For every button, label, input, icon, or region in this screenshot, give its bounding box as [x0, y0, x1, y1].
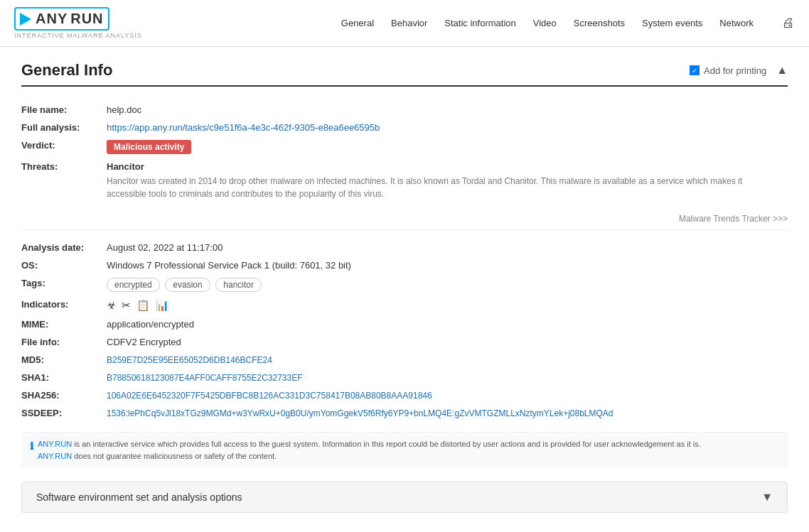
add-for-printing-button[interactable]: Add for printing ▲ [690, 64, 788, 77]
ssdeep-value[interactable]: 1536:lePhCq5vJl18xTGz9MGMd+w3YwRxU+0gB0U… [107, 408, 614, 418]
malware-tracker: Malware Trends Tracker >>> [21, 214, 788, 230]
main-content: General Info Add for printing ▲ File nam… [0, 47, 809, 527]
table-row-filename: File name: help.doc [21, 101, 788, 119]
add-for-printing-label: Add for printing [704, 65, 766, 76]
table-row-os: OS: Windows 7 Professional Service Pack … [21, 256, 788, 274]
table-row-ssdeep: SSDEEP: 1536:lePhCq5vJl18xTGz9MGMd+w3YwR… [21, 404, 788, 422]
indicators-container: ☣ ✂ 📋 📊 [107, 299, 788, 312]
file-name-value: help.doc [107, 104, 141, 115]
logo-tagline: INTERACTIVE MALWARE ANALYSIS [14, 32, 142, 39]
info-text-2: is an interactive service which provides… [74, 440, 701, 448]
table-row-full-analysis: Full analysis: https://app.any.run/tasks… [21, 119, 788, 136]
section-header: General Info Add for printing ▲ [21, 61, 788, 87]
anyrun-link-2[interactable]: ANY.RUN [38, 452, 72, 460]
file-name-label: File name: [21, 101, 107, 119]
tag-evasion[interactable]: evasion [165, 278, 210, 292]
software-env-title: Software environment set and analysis op… [36, 492, 242, 503]
table-row-analysis-date: Analysis date: August 02, 2022 at 11:17:… [21, 239, 788, 256]
indicator-clipboard-icon: 📋 [136, 299, 150, 312]
info-table-2: Analysis date: August 02, 2022 at 11:17:… [21, 239, 788, 422]
tags-label: Tags: [21, 274, 107, 295]
table-row-indicators: Indicators: ☣ ✂ 📋 📊 [21, 295, 788, 315]
indicator-scissors-icon: ✂ [122, 299, 131, 312]
checkbox-icon [690, 65, 700, 75]
table-row-file-info: File info: CDFV2 Encrypted [21, 333, 788, 351]
indicators-label: Indicators: [21, 295, 107, 315]
info-text-4: does not guarantee maliciousness or safe… [74, 452, 277, 460]
indicator-biohazard-icon: ☣ [107, 299, 116, 312]
table-row-tags: Tags: encrypted evasion hancitor [21, 274, 788, 295]
table-row-threats: Threats: Hancitor Hancitor was created i… [21, 158, 788, 204]
logo-any: ANY [36, 11, 68, 27]
info-notice: ℹ ANY.RUN is an interactive service whic… [21, 432, 788, 467]
tag-hancitor[interactable]: hancitor [215, 278, 262, 292]
navigation: General Behavior Static information Vide… [341, 16, 795, 31]
table-row-sha256: SHA256: 106A02E6E6452320F7F5425DBFBC8B12… [21, 386, 788, 404]
analysis-date-value: August 02, 2022 at 11:17:00 [107, 242, 223, 253]
indicator-chart-icon: 📊 [156, 299, 169, 312]
table-row-md5: MD5: B259E7D25E95EE65052D6DB146BCFE24 [21, 351, 788, 369]
nav-screenshots[interactable]: Screenshots [574, 18, 625, 28]
logo-box: ANY RUN [14, 7, 109, 31]
nav-behavior[interactable]: Behavior [391, 18, 427, 28]
malware-tracker-arrows: >>> [773, 214, 788, 224]
sha1-value[interactable]: B78850618123087E4AFF0CAFF8755E2C32733EF [107, 373, 303, 383]
nav-video[interactable]: Video [533, 18, 557, 28]
table-row-verdict: Verdict: Malicious activity [21, 136, 788, 158]
logo-wrapper: ANY RUN [14, 7, 142, 31]
logo-run: RUN [70, 11, 103, 27]
nav-system-events[interactable]: System events [642, 18, 702, 28]
full-analysis-label: Full analysis: [21, 119, 107, 136]
mime-value: application/encrypted [107, 319, 194, 330]
threat-name: Hancitor [107, 161, 788, 172]
nav-general[interactable]: General [341, 18, 374, 28]
software-env-section[interactable]: Software environment set and analysis op… [21, 482, 788, 513]
header: ANY RUN INTERACTIVE MALWARE ANALYSIS Gen… [0, 0, 809, 47]
print-icon[interactable]: 🖨 [782, 16, 795, 31]
tag-encrypted[interactable]: encrypted [107, 278, 160, 292]
threat-desc: Hancitor was created in 2014 to drop oth… [107, 175, 746, 200]
sha256-label: SHA256: [21, 386, 107, 404]
mime-label: MIME: [21, 315, 107, 333]
md5-value[interactable]: B259E7D25E95EE65052D6DB146BCFE24 [107, 355, 272, 365]
collapse-icon[interactable]: ▲ [776, 64, 788, 77]
os-value: Windows 7 Professional Service Pack 1 (b… [107, 260, 351, 271]
chevron-down-icon[interactable]: ▼ [761, 491, 773, 504]
section-title: General Info [21, 61, 112, 80]
threats-label: Threats: [21, 158, 107, 204]
analysis-date-label: Analysis date: [21, 239, 107, 256]
malware-tracker-label: Malware Trends Tracker [679, 214, 771, 224]
nav-static-information[interactable]: Static information [444, 18, 515, 28]
info-table: File name: help.doc Full analysis: https… [21, 101, 788, 204]
os-label: OS: [21, 256, 107, 274]
table-row-sha1: SHA1: B78850618123087E4AFF0CAFF8755E2C32… [21, 369, 788, 386]
verdict-badge: Malicious activity [107, 140, 191, 154]
file-info-value: CDFV2 Encrypted [107, 337, 181, 347]
ssdeep-label: SSDEEP: [21, 404, 107, 422]
info-icon: ℹ [30, 439, 33, 462]
verdict-label: Verdict: [21, 136, 107, 158]
sha1-label: SHA1: [21, 369, 107, 386]
full-analysis-link[interactable]: https://app.any.run/tasks/c9e51f6a-4e3c-… [107, 122, 380, 133]
table-row-mime: MIME: application/encrypted [21, 315, 788, 333]
sha256-value[interactable]: 106A02E6E6452320F7F5425DBFBC8B126AC331D3… [107, 391, 432, 401]
nav-network[interactable]: Network [719, 18, 754, 28]
info-notice-text: ANY.RUN is an interactive service which … [38, 438, 701, 462]
logo-area: ANY RUN INTERACTIVE MALWARE ANALYSIS [14, 7, 142, 39]
anyrun-link-1[interactable]: ANY.RUN [38, 440, 72, 448]
file-info-label: File info: [21, 333, 107, 351]
play-icon [20, 13, 31, 26]
md5-label: MD5: [21, 351, 107, 369]
